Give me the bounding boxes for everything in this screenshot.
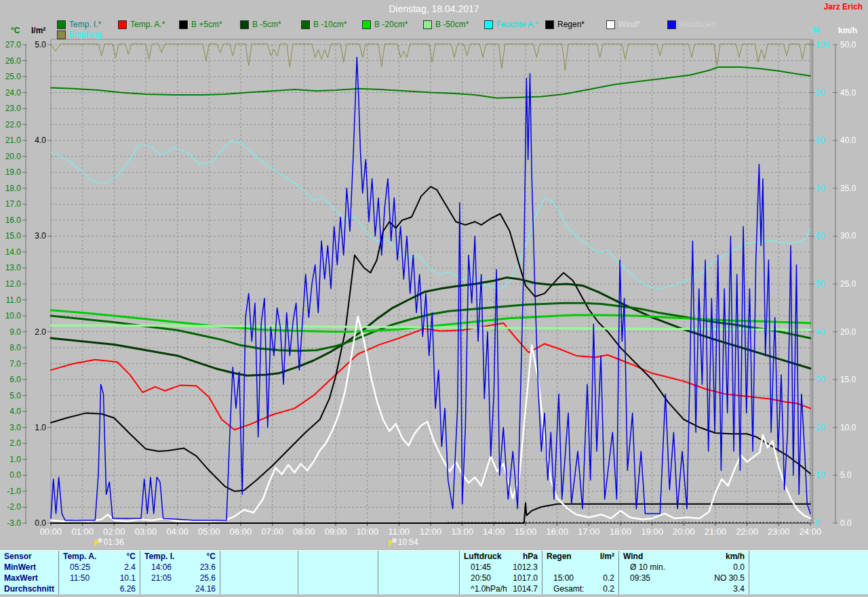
legend-item-temp-i-: Temp. I.* xyxy=(57,20,118,29)
table-cell-row xyxy=(220,583,298,594)
event-marker-time: 10:54 xyxy=(398,537,418,547)
legend-item-b-20cm-: B -20cm* xyxy=(362,20,423,29)
table-cell-row: 24.16 xyxy=(140,583,220,594)
table-cell-row: 15:000.2 xyxy=(542,573,618,583)
cell-time xyxy=(220,573,231,583)
cell-time: 20:50 xyxy=(460,573,491,583)
temp-axis-label: 17.0 xyxy=(5,199,22,209)
legend-label: B -20cm* xyxy=(374,20,408,29)
event-marker: 01:36 xyxy=(93,537,124,547)
table-cell-row: Gesamt:0.2 xyxy=(542,583,618,594)
table-cell-row xyxy=(378,583,459,594)
column-unit: hPa xyxy=(523,551,542,562)
legend-swatch xyxy=(57,30,66,39)
table-column-header: Temp. A.°C xyxy=(59,551,140,562)
temp-axis-label: 3.0 xyxy=(9,423,21,432)
cell-time xyxy=(220,562,231,573)
legend-swatch xyxy=(301,20,310,29)
table-cell-row xyxy=(220,573,298,583)
legend-swatch xyxy=(179,20,188,29)
table-column-header: LuftdruckhPa xyxy=(460,551,542,562)
temp-axis-label: -2.0 xyxy=(7,502,21,512)
column-unit xyxy=(455,551,459,562)
axis-header-percent: % xyxy=(812,26,820,35)
rain-axis-label: 4.0 xyxy=(35,136,46,145)
kmh-axis-label: 25.0 xyxy=(840,279,856,289)
cell-value: 1017.0 xyxy=(513,573,542,583)
temp-axis-label: 10.0 xyxy=(5,311,22,321)
cell-value xyxy=(614,562,618,573)
x-tick-label: 15:00 xyxy=(515,527,537,537)
rain-axis-label: 3.0 xyxy=(35,231,46,241)
legend-swatch xyxy=(606,20,615,29)
temp-axis-label: 14.0 xyxy=(5,247,22,257)
table-row-label: MaxWert xyxy=(0,573,58,583)
cell-value xyxy=(374,583,378,594)
cell-value: 25.6 xyxy=(200,573,220,583)
watermark-author: Jarz Erich xyxy=(824,2,863,12)
temp-axis-label: 16.0 xyxy=(5,215,22,225)
temp-axis-label: 27.0 xyxy=(5,40,22,49)
cell-value: 10.1 xyxy=(120,573,140,583)
cell-time: Ø 10 min. xyxy=(619,562,665,573)
column-unit: km/h xyxy=(726,551,749,562)
moon-bolt-icon xyxy=(387,538,397,547)
cell-value: 23.6 xyxy=(200,562,220,573)
temp-axis-label: 20.0 xyxy=(5,152,22,161)
legend-item-b-50cm-: B -50cm* xyxy=(423,20,484,29)
cell-value: 0.2 xyxy=(603,583,618,594)
column-name xyxy=(298,551,302,562)
cell-time: 11:50 xyxy=(59,573,90,583)
legend-row-1: Temp. I.*Temp. A.*B +5cm*B -5cm*B -10cm*… xyxy=(57,20,728,29)
cell-time xyxy=(619,583,630,594)
percent-axis-label: 30 xyxy=(816,375,825,384)
temp-axis-label: 7.0 xyxy=(9,359,21,369)
cell-value: 0.0 xyxy=(733,562,749,573)
column-unit xyxy=(374,551,378,562)
legend-item-b-5cm-: B +5cm* xyxy=(179,20,240,29)
cell-value: 24.16 xyxy=(195,583,220,594)
temp-axis-label: 24.0 xyxy=(5,88,22,98)
cell-value: 2.4 xyxy=(124,562,140,573)
percent-axis-label: 40 xyxy=(816,327,825,337)
cell-time xyxy=(59,583,70,594)
column-unit: °C xyxy=(127,551,140,562)
moon-bolt-icon xyxy=(93,538,102,547)
x-tick-label: 05:00 xyxy=(198,527,220,537)
temp-axis-label: 9.0 xyxy=(9,327,21,337)
legend-label: Temp. A.* xyxy=(130,20,165,29)
legend-item-windb-en: Windböen xyxy=(667,20,728,29)
table-cell-row xyxy=(542,562,618,573)
x-tick-label: 02:00 xyxy=(103,527,125,537)
table-column-header: Temp. I.°C xyxy=(140,551,220,562)
table-cell-row: 14:0623.6 xyxy=(140,562,220,573)
cell-value: NO 30.5 xyxy=(714,573,749,583)
temp-axis-label: 21.0 xyxy=(5,136,22,145)
cell-time xyxy=(378,573,389,583)
table-column-temp-a-: Temp. A.°C05:252.411:5010.16.26 xyxy=(59,551,140,594)
temp-axis-label: 23.0 xyxy=(5,104,22,113)
table-cell-row: 05:252.4 xyxy=(59,562,140,573)
x-tick-label: 07:00 xyxy=(261,527,283,537)
column-name xyxy=(378,551,382,562)
legend-item-b-5cm-: B -5cm* xyxy=(240,20,301,29)
table-row-label: MinWert xyxy=(0,562,58,573)
cell-value: 0.2 xyxy=(603,573,618,583)
percent-axis-label: 60 xyxy=(816,231,825,241)
cell-value xyxy=(294,562,298,573)
legend-swatch xyxy=(118,20,127,29)
x-tick-label: 12:00 xyxy=(420,527,442,537)
table-column-empty xyxy=(378,551,460,594)
percent-axis-label: 10 xyxy=(816,470,825,480)
column-name: Regen xyxy=(542,551,572,562)
percent-axis-label: 20 xyxy=(816,423,825,432)
legend-swatch xyxy=(57,20,66,29)
column-unit: °C xyxy=(207,551,220,562)
x-tick-label: 08:00 xyxy=(293,527,315,537)
x-tick-label: 03:00 xyxy=(135,527,157,537)
legend-label: B -5cm* xyxy=(252,20,281,29)
table-column-temp-i-: Temp. I.°C14:0623.621:0525.624.16 xyxy=(140,551,220,594)
table-column-empty xyxy=(298,551,378,594)
kmh-axis-label: 10.0 xyxy=(840,423,856,432)
table-column-header xyxy=(378,551,459,562)
